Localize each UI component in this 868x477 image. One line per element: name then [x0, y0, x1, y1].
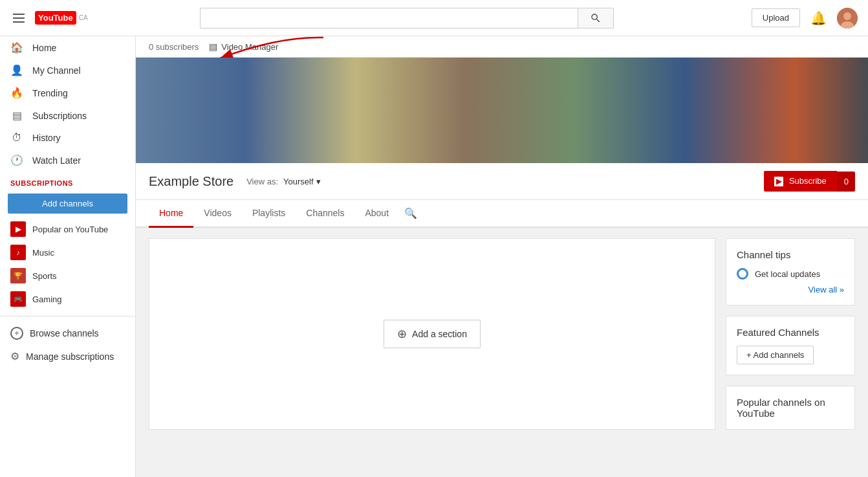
- menu-button[interactable]: [10, 11, 27, 25]
- content-area: 0 subscribers ▤ Video Manager: [136, 36, 868, 477]
- tab-about[interactable]: About: [354, 200, 399, 228]
- sidebar-item-trending[interactable]: 🔥 Trending: [0, 82, 135, 104]
- manage-subscriptions-icon: ⚙: [10, 350, 19, 362]
- tip-circle-icon: [737, 268, 748, 280]
- subscriptions-icon: ▤: [10, 109, 23, 122]
- sidebar-item-popular-on-youtube[interactable]: ▶ Popular on YouTube: [0, 217, 135, 241]
- tip-text: Get local updates: [755, 269, 820, 279]
- main-layout: 🏠 Home 👤 My Channel 🔥 Trending ▤ Subscri…: [0, 36, 868, 477]
- view-as-select[interactable]: Yourself ▾: [283, 177, 321, 186]
- history-icon: ⏱: [10, 132, 23, 144]
- channel-tips-card: Channel tips Get local updates View all …: [726, 238, 855, 305]
- add-channels-button[interactable]: Add channels: [8, 194, 127, 214]
- video-manager-icon: ▤: [209, 41, 217, 52]
- tab-channels[interactable]: Channels: [296, 200, 354, 228]
- my-channel-icon: 👤: [10, 64, 23, 76]
- channel-sub-bar: 0 subscribers ▤ Video Manager: [136, 36, 868, 58]
- sidebar-divider: [0, 316, 135, 316]
- home-icon: 🏠: [10, 41, 23, 54]
- tab-home[interactable]: Home: [149, 200, 193, 228]
- sidebar-manage-subscriptions[interactable]: ⚙ Manage subscriptions: [0, 345, 135, 368]
- sidebar: 🏠 Home 👤 My Channel 🔥 Trending ▤ Subscri…: [0, 36, 136, 477]
- video-manager-link[interactable]: ▤ Video Manager: [209, 41, 278, 52]
- logo-region: CA: [79, 14, 88, 21]
- header: YouTube CA Upload 🔔: [0, 0, 868, 36]
- search-icon: [590, 12, 602, 24]
- sidebar-item-my-channel[interactable]: 👤 My Channel: [0, 59, 135, 82]
- sidebar-nav: 🏠 Home 👤 My Channel 🔥 Trending ▤ Subscri…: [0, 36, 135, 172]
- tab-videos[interactable]: Videos: [193, 200, 242, 228]
- view-as: View as: Yourself ▾: [246, 177, 320, 186]
- popular-icon: ▶: [10, 221, 26, 237]
- subscribe-count-button[interactable]: 0: [837, 172, 855, 192]
- subscriptions-section-label: SUBSCRIPTIONS: [0, 172, 135, 190]
- add-channels-link[interactable]: + Add channels: [737, 346, 814, 364]
- plus-icon: ⊕: [397, 327, 407, 341]
- tip-item: Get local updates: [737, 268, 844, 280]
- tab-playlists[interactable]: Playlists: [242, 200, 296, 228]
- avatar-image: [837, 8, 858, 28]
- header-left: YouTube CA: [10, 11, 127, 25]
- sidebar-item-watch-later[interactable]: 🕐 Watch Later: [0, 149, 135, 172]
- featured-channels-title: Featured Channels: [737, 327, 844, 338]
- featured-channels-card: Featured Channels + Add channels: [726, 316, 855, 375]
- channel-main-content: ⊕ Add a section: [149, 238, 715, 430]
- sidebar-item-gaming[interactable]: 🎮 Gaming: [0, 287, 135, 311]
- upload-button[interactable]: Upload: [752, 8, 800, 27]
- search-button[interactable]: [578, 8, 614, 28]
- channel-info-bar: Example Store View as: Yourself ▾ ▶ Subs…: [136, 163, 868, 200]
- channel-name: Example Store: [149, 174, 233, 189]
- chevron-down-icon: ▾: [316, 177, 321, 186]
- popular-channels-title: Popular channels on YouTube: [737, 397, 844, 419]
- channel-container: 0 subscribers ▤ Video Manager: [136, 36, 868, 440]
- music-icon: ♪: [10, 245, 26, 260]
- channel-tabs: Home Videos Playlists Channels About 🔍: [136, 200, 868, 228]
- header-right: Upload 🔔: [752, 8, 858, 28]
- gaming-icon: 🎮: [10, 291, 26, 307]
- avatar[interactable]: [837, 8, 858, 28]
- add-section-button[interactable]: ⊕ Add a section: [384, 320, 481, 348]
- notifications-icon[interactable]: 🔔: [810, 10, 827, 26]
- sub-bar-wrapper: 0 subscribers ▤ Video Manager: [136, 36, 868, 58]
- sidebar-item-history[interactable]: ⏱ History: [0, 127, 135, 149]
- view-all-link[interactable]: View all »: [737, 285, 844, 294]
- sidebar-browse-channels[interactable]: + Browse channels: [0, 322, 135, 345]
- sidebar-item-sports[interactable]: 🏆 Sports: [0, 264, 135, 287]
- subscribe-button: ▶ Subscribe 0: [764, 171, 855, 192]
- trending-icon: 🔥: [10, 87, 23, 99]
- subscriber-count: 0 subscribers: [149, 42, 199, 52]
- sidebar-item-subscriptions[interactable]: ▤ Subscriptions: [0, 104, 135, 127]
- search-input[interactable]: [200, 8, 578, 28]
- sports-icon: 🏆: [10, 268, 26, 283]
- subscribe-main-button[interactable]: ▶ Subscribe: [764, 171, 836, 192]
- logo[interactable]: YouTube CA: [35, 11, 88, 25]
- watch-later-icon: 🕐: [10, 154, 23, 166]
- banner-image: [136, 58, 868, 163]
- sidebar-item-home[interactable]: 🏠 Home: [0, 36, 135, 59]
- search-bar: [200, 8, 614, 28]
- tips-title: Channel tips: [737, 249, 844, 260]
- tab-search-icon[interactable]: 🔍: [404, 207, 417, 219]
- logo-youtube-icon: YouTube: [35, 11, 76, 25]
- popular-channels-card: Popular channels on YouTube: [726, 386, 855, 430]
- channel-banner: [136, 58, 868, 163]
- channel-left: Example Store View as: Yourself ▾: [149, 174, 321, 189]
- channel-body: ⊕ Add a section Channel tips Get local u…: [136, 228, 868, 440]
- browse-channels-icon: +: [10, 327, 23, 340]
- channel-right-sidebar: Channel tips Get local updates View all …: [726, 238, 855, 430]
- sidebar-item-music[interactable]: ♪ Music: [0, 241, 135, 264]
